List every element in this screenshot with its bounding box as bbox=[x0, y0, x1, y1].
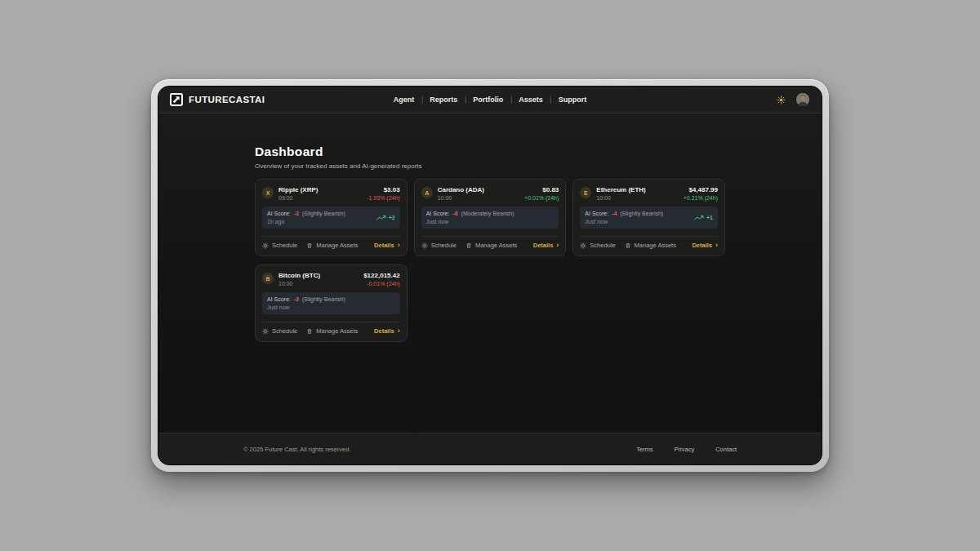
ai-sentiment: (Slightly Bearish) bbox=[302, 296, 345, 302]
details-button[interactable]: Details › bbox=[374, 327, 400, 335]
ai-score-timestamp: 1h ago bbox=[267, 219, 345, 224]
card-actions: Schedule Manage Assets bbox=[580, 236, 718, 249]
ai-score-panel: AI Score: -3 (Slightly Bearish) 1h ago bbox=[262, 207, 400, 229]
asset-time: 10:00 bbox=[596, 195, 645, 201]
chevron-right-icon: › bbox=[398, 328, 400, 334]
trash-icon bbox=[306, 242, 313, 249]
schedule-button[interactable]: Schedule bbox=[421, 242, 457, 249]
ai-score-panel: AI Score: -6 (Moderately Bearish) Just n… bbox=[421, 207, 559, 229]
chevron-right-icon: › bbox=[715, 242, 718, 248]
card-actions: Schedule Manage Assets bbox=[262, 322, 400, 335]
nav-item-portfolio[interactable]: Portfolio bbox=[466, 96, 510, 104]
ai-score-timestamp: Just now bbox=[585, 219, 663, 224]
theme-toggle-sun-icon[interactable] bbox=[775, 94, 786, 105]
nav-item-assets[interactable]: Assets bbox=[511, 96, 550, 104]
asset-avatar: E bbox=[580, 187, 591, 198]
asset-name: Bitcoin (BTC) bbox=[278, 272, 320, 279]
top-navigation-bar: FUTURECASTAI Agent Reports Portfolio Ass… bbox=[158, 87, 822, 113]
copyright-text: © 2025 Future Cast. All rights reserved. bbox=[243, 446, 350, 453]
brand-name: FUTURECASTAI bbox=[189, 95, 265, 104]
schedule-button[interactable]: Schedule bbox=[262, 327, 297, 335]
gear-icon bbox=[580, 242, 586, 249]
gear-icon bbox=[262, 242, 269, 249]
trending-up-icon bbox=[694, 216, 704, 220]
browser-window-frame: FUTURECASTAI Agent Reports Portfolio Ass… bbox=[151, 79, 829, 472]
ai-sentiment: (Slightly Bearish) bbox=[620, 211, 663, 216]
nav-item-reports[interactable]: Reports bbox=[422, 96, 465, 104]
asset-price: $122,015.42 bbox=[363, 272, 400, 279]
card-actions: Schedule Manage Assets bbox=[421, 236, 559, 249]
asset-change: -1.93% (24h) bbox=[367, 195, 399, 201]
score-delta-badge: +1 bbox=[694, 215, 713, 220]
page-subtitle: Overview of your tracked assets and AI-g… bbox=[255, 162, 725, 170]
ai-score-label: AI Score: bbox=[267, 211, 291, 216]
topbar-right-controls bbox=[775, 92, 810, 107]
asset-card-cardano: A Cardano (ADA) 10:00 $0.83 +0.01% (24h) bbox=[414, 179, 567, 256]
trending-up-icon bbox=[376, 216, 386, 220]
asset-avatar: X bbox=[262, 187, 274, 198]
ai-score-value: -6 bbox=[452, 211, 457, 216]
futurecast-logo-icon bbox=[170, 93, 183, 106]
asset-time: 09:00 bbox=[278, 195, 318, 201]
asset-time: 10:00 bbox=[438, 195, 484, 201]
asset-card-bitcoin: B Bitcoin (BTC) 10:00 $122,015.42 -0.01%… bbox=[255, 264, 408, 342]
schedule-button[interactable]: Schedule bbox=[262, 242, 297, 249]
details-button[interactable]: Details › bbox=[692, 242, 718, 249]
asset-change: +0.01% (24h) bbox=[524, 195, 559, 201]
trash-icon bbox=[306, 328, 313, 335]
footer-link-privacy[interactable]: Privacy bbox=[675, 446, 695, 453]
manage-assets-button[interactable]: Manage Assets bbox=[466, 242, 517, 249]
card-actions: Schedule Manage Assets bbox=[262, 236, 400, 249]
gear-icon bbox=[262, 328, 269, 335]
asset-name: Ethereum (ETH) bbox=[596, 186, 645, 193]
trash-icon bbox=[466, 242, 472, 249]
manage-assets-button[interactable]: Manage Assets bbox=[306, 327, 358, 335]
score-delta-value: +1 bbox=[706, 215, 713, 220]
footer-link-contact[interactable]: Contact bbox=[715, 446, 737, 453]
asset-avatar: B bbox=[262, 273, 274, 284]
asset-avatar: A bbox=[421, 187, 433, 198]
ai-score-value: -3 bbox=[294, 296, 299, 302]
asset-time: 10:00 bbox=[278, 281, 320, 287]
schedule-button[interactable]: Schedule bbox=[580, 242, 615, 249]
footer: © 2025 Future Cast. All rights reserved.… bbox=[158, 433, 822, 464]
nav-item-support[interactable]: Support bbox=[551, 96, 595, 104]
main-nav: Agent Reports Portfolio Assets Support bbox=[386, 96, 595, 104]
chevron-right-icon: › bbox=[398, 242, 400, 248]
ai-score-label: AI Score: bbox=[267, 296, 291, 302]
asset-card-ethereum: E Ethereum (ETH) 10:00 $4,487.99 +0.21% … bbox=[572, 179, 725, 256]
asset-price: $4,487.99 bbox=[684, 186, 718, 193]
details-button[interactable]: Details › bbox=[374, 242, 400, 249]
ai-score-timestamp: Just now bbox=[267, 304, 345, 310]
score-delta-badge: +2 bbox=[376, 215, 395, 220]
footer-link-terms[interactable]: Terms bbox=[636, 446, 653, 453]
asset-card-grid: X Ripple (XRP) 09:00 $3.03 -1.93% (24h) bbox=[255, 179, 725, 342]
asset-change: +0.21% (24h) bbox=[684, 195, 718, 201]
nav-item-agent[interactable]: Agent bbox=[386, 96, 422, 104]
gear-icon bbox=[421, 242, 428, 249]
user-avatar[interactable] bbox=[795, 92, 810, 107]
app-window: FUTURECASTAI Agent Reports Portfolio Ass… bbox=[158, 86, 822, 465]
manage-assets-button[interactable]: Manage Assets bbox=[306, 242, 358, 249]
asset-price: $3.03 bbox=[367, 186, 399, 193]
ai-score-label: AI Score: bbox=[585, 211, 608, 216]
asset-change: -0.01% (24h) bbox=[363, 281, 400, 287]
asset-price: $0.83 bbox=[524, 186, 559, 193]
ai-score-value: -4 bbox=[612, 211, 617, 216]
ai-score-panel: AI Score: -3 (Slightly Bearish) Just now bbox=[262, 292, 400, 314]
asset-name: Cardano (ADA) bbox=[438, 186, 484, 193]
ai-sentiment: (Slightly Bearish) bbox=[302, 211, 345, 216]
main-content: Dashboard Overview of your tracked asset… bbox=[158, 113, 822, 433]
ai-score-label: AI Score: bbox=[426, 211, 450, 216]
footer-links: Terms Privacy Contact bbox=[636, 446, 737, 453]
manage-assets-button[interactable]: Manage Assets bbox=[625, 242, 676, 249]
ai-score-panel: AI Score: -4 (Slightly Bearish) Just now bbox=[580, 207, 718, 229]
brand-logo[interactable]: FUTURECASTAI bbox=[170, 93, 265, 106]
chevron-right-icon: › bbox=[556, 242, 559, 248]
details-button[interactable]: Details › bbox=[533, 242, 559, 249]
ai-sentiment: (Moderately Bearish) bbox=[461, 211, 514, 216]
asset-card-ripple: X Ripple (XRP) 09:00 $3.03 -1.93% (24h) bbox=[255, 179, 408, 256]
page-title: Dashboard bbox=[255, 144, 725, 159]
ai-score-value: -3 bbox=[294, 211, 299, 216]
ai-score-timestamp: Just now bbox=[426, 219, 514, 224]
